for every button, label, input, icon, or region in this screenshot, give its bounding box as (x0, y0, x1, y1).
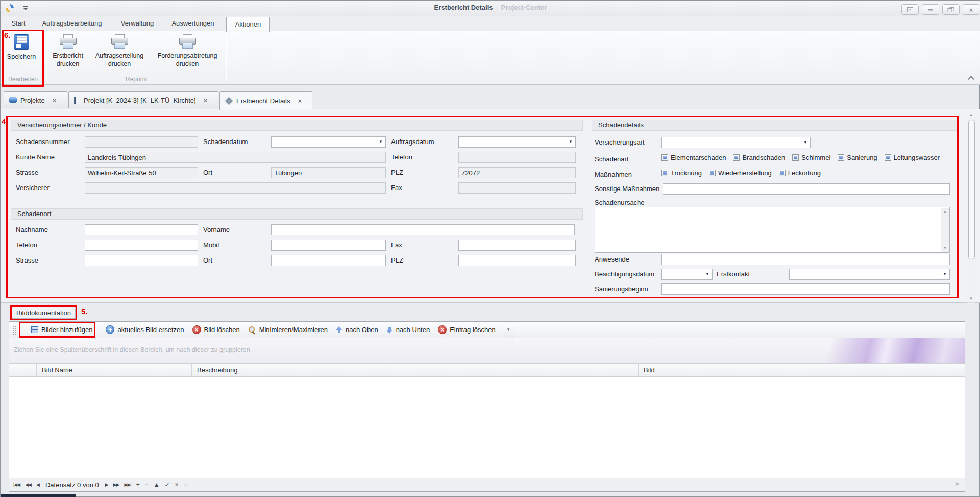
checkbox-brandschaden[interactable]: Brandschaden (733, 154, 785, 161)
nav-scroll-left-icon[interactable]: ◁ (184, 482, 187, 487)
doc-tab-projekt[interactable]: Projekt [K_2024-3] [K_LK-TÜ_Kirchte] × (68, 91, 218, 108)
close-button[interactable]: × (963, 4, 979, 15)
ribbon-tab-start[interactable]: Start (6, 16, 31, 31)
scroll-up-icon[interactable]: ▲ (941, 209, 949, 214)
column-header-bild[interactable]: Bild (639, 364, 965, 376)
ribbon-tab-aktionen[interactable]: Aktionen (226, 17, 270, 32)
nav-scroll-right-icon[interactable]: ▶ (956, 481, 960, 486)
schadensnummer-input[interactable] (85, 136, 198, 148)
auftragserteilung-drucken-button[interactable]: Auftragserteilung drucken (91, 33, 148, 80)
versicherer-input[interactable] (85, 182, 386, 194)
restore-button[interactable] (942, 4, 960, 15)
scrollbar-thumb[interactable] (968, 120, 975, 259)
eintrag-loeschen-button[interactable]: Eintrag löschen (438, 325, 496, 334)
forderungsabtretung-drucken-button[interactable]: Forderungsabtretung drucken (152, 33, 223, 80)
plz-input[interactable] (458, 167, 576, 178)
toolbar-drag-handle[interactable] (12, 325, 16, 335)
magnifier-icon (248, 326, 256, 334)
kunde-name-input[interactable] (85, 152, 386, 163)
mobil-input[interactable] (271, 240, 386, 251)
printer-icon (111, 34, 128, 49)
nav-post-button[interactable]: ✓ (165, 481, 170, 488)
schadenort-plz-input[interactable] (458, 255, 576, 266)
toolbar-overflow-button[interactable]: ▼ (504, 323, 513, 337)
image-toolbar: Bilder hinzufügen aktuelles Bild ersetze… (9, 322, 965, 338)
checkbox-leckortung[interactable]: Leckortung (779, 169, 821, 177)
doc-tab-erstbericht-details[interactable]: Erstbericht Details × (219, 91, 312, 110)
nachname-input[interactable] (85, 224, 198, 235)
scroll-down-icon[interactable]: ▼ (967, 296, 975, 301)
telefon-input[interactable] (458, 152, 576, 163)
schadenort-ort-input[interactable] (271, 255, 386, 266)
close-tab-icon[interactable]: × (204, 97, 208, 104)
checkbox-leitungswasser[interactable]: Leitungswasser (885, 154, 940, 161)
checkbox-wiederherstellung[interactable]: Wiederherstellung (709, 169, 772, 177)
doc-tab-projekte[interactable]: Projekte × (4, 91, 67, 108)
checkbox-elementarschaden[interactable]: Elementarschaden (662, 154, 726, 161)
form-vertical-scrollbar[interactable]: ▲ ▼ (967, 111, 975, 303)
scroll-up-icon[interactable]: ▲ (967, 113, 975, 117)
group-by-bar: Ziehen Sie eine Spaltenüberschrift in di… (9, 338, 965, 363)
scroll-down-icon[interactable]: ▼ (941, 246, 949, 250)
erstbericht-drucken-button[interactable]: Erstbericht drucken (47, 33, 88, 80)
bild-ersetzen-button[interactable]: aktuelles Bild ersetzen (106, 325, 184, 334)
nav-prev-page-button[interactable]: ◀◀ (25, 482, 31, 487)
besichtigungsdatum-combo[interactable]: ▼ (662, 269, 713, 280)
nav-cancel-button[interactable]: × (175, 481, 179, 488)
sonstige-massnahmen-input[interactable] (663, 183, 950, 195)
bilder-hinzufuegen-button[interactable]: Bilder hinzufügen (31, 326, 92, 334)
column-header-beschreibung[interactable]: Beschreibung (192, 364, 639, 376)
column-header-bild-name[interactable]: Bild Name (37, 364, 192, 376)
checkbox-schimmel[interactable]: Schimmel (792, 154, 830, 161)
erstkontakt-combo[interactable]: ▼ (789, 269, 950, 280)
nav-next-page-button[interactable]: ▶▶ (113, 482, 119, 487)
schadenort-ort-label: Ort (203, 256, 212, 264)
nav-last-button[interactable]: ▶▶| (125, 482, 131, 487)
schadenort-telefon-input[interactable] (85, 240, 198, 251)
checkbox-icon (885, 154, 891, 161)
annotation-number-4: 4. (2, 117, 8, 126)
ribbon-tab-auftragsbearbeitung[interactable]: Auftragsbearbeitung (34, 16, 110, 31)
sanierungsbeginn-input[interactable] (662, 283, 950, 295)
nach-oben-button[interactable]: nach Oben (336, 326, 378, 334)
schadenursache-textarea[interactable]: ▲ ▼ (595, 207, 950, 253)
close-tab-icon[interactable]: × (298, 97, 302, 105)
ort-input[interactable] (271, 167, 386, 178)
nav-first-button[interactable]: |◀◀ (13, 482, 20, 487)
collapse-ribbon-button[interactable] (968, 75, 974, 80)
strasse-input[interactable] (85, 167, 198, 178)
nach-unten-button[interactable]: nach Unten (386, 326, 430, 334)
schadenort-fax-input[interactable] (458, 240, 576, 251)
doc-tab-label: Erstbericht Details (236, 97, 290, 105)
anwesende-input[interactable] (662, 254, 950, 265)
bild-loeschen-button[interactable]: Bild löschen (192, 325, 240, 334)
nav-delete-button[interactable]: − (145, 481, 149, 488)
minimize-button[interactable] (922, 4, 939, 15)
schadenort-strasse-input[interactable] (85, 255, 198, 266)
nav-next-button[interactable]: ▶ (105, 482, 108, 487)
bilddokumentation-tab[interactable]: Bilddokumentation (12, 307, 76, 319)
arrow-up-icon (336, 326, 342, 334)
checkbox-trocknung[interactable]: Trocknung (662, 169, 702, 177)
arrow-down-icon (386, 326, 393, 334)
speichern-button[interactable]: Speichern (5, 33, 38, 80)
fullscreen-button[interactable] (901, 4, 919, 15)
nav-edit-button[interactable]: ▲ (154, 481, 160, 488)
versicherungsart-combo[interactable]: ▼ (662, 137, 811, 148)
taskbar-fragment (1, 494, 76, 497)
schadensnummer-label: Schadensnummer (16, 138, 70, 146)
auftragsdatum-combo[interactable]: ▼ (458, 136, 576, 148)
nav-append-button[interactable]: + (136, 481, 140, 488)
textarea-scrollbar[interactable]: ▲ ▼ (941, 208, 949, 252)
vorname-input[interactable] (271, 224, 575, 235)
nav-prev-button[interactable]: ◀ (36, 482, 39, 487)
fax-input[interactable] (458, 182, 576, 194)
checkbox-sanierung[interactable]: Sanierung (838, 154, 877, 161)
ribbon-tab-auswertungen[interactable]: Auswertungen (165, 16, 221, 31)
schadendatum-combo[interactable]: ▼ (271, 136, 386, 148)
minimieren-maximieren-button[interactable]: Minimieren/Maximieren (248, 326, 328, 334)
ribbon-tab-verwaltung[interactable]: Verwaltung (115, 16, 160, 31)
grid-empty-body[interactable] (9, 377, 965, 478)
schadendatum-label: Schadendatum (203, 138, 248, 146)
close-tab-icon[interactable]: × (53, 97, 57, 104)
